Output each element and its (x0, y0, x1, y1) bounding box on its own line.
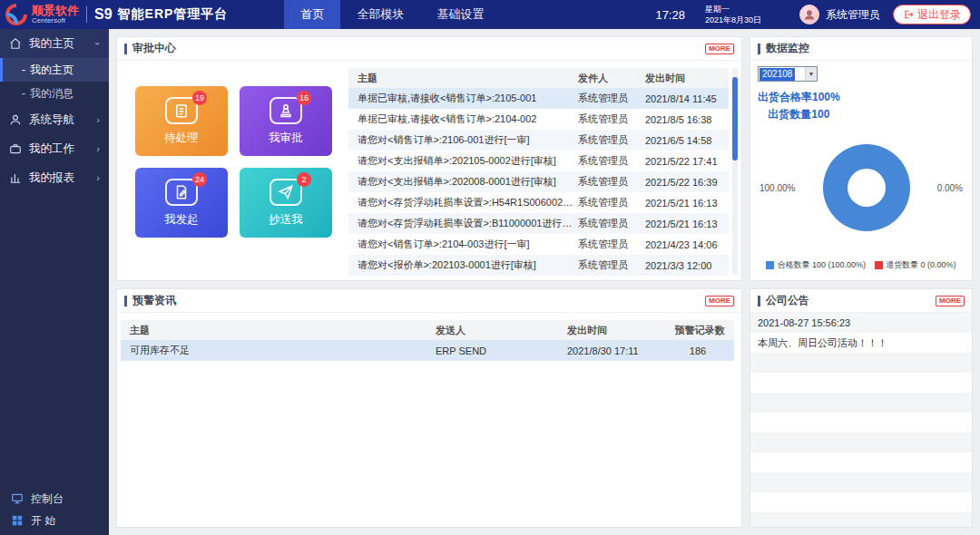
donut-chart (823, 144, 910, 231)
approval-table: 主题 发件人 发出时间 单据已审核,请接收<销售订单>:2105-001 系统管… (345, 61, 741, 280)
cc-me-label: 抄送我 (269, 212, 303, 228)
notice-body: 2021-08-27 15:56:23 本周六、周日公司活动！！！ (750, 313, 972, 527)
sidebar-item-my-reports[interactable]: 我的报表 › (0, 163, 109, 192)
sidebar-group-label: 我的工作 (29, 141, 74, 157)
table-row[interactable]: 请您对<报价单>:202103-0001进行[审核] 系统管理员 2021/3/… (348, 255, 729, 276)
briefcase-icon (9, 142, 22, 155)
pending-label: 待处理 (164, 131, 199, 146)
approval-body: 19 待处理 16 我审批 (117, 61, 741, 280)
paper-plane-icon: 2 (270, 179, 302, 206)
legend-label: 合格数量 100 (100.00%) (777, 259, 866, 271)
start-label: 开 始 (31, 513, 55, 529)
period-select[interactable]: 202108 ▼ (758, 66, 818, 82)
cell-subject: 请您对<销售订单>:2106-001进行[一审] (348, 133, 578, 147)
period-value: 202108 (760, 68, 795, 81)
table-row[interactable]: 请您对<存货浮动耗损率设置>:H54R1S006002进行[审核] 系统管理员 … (348, 192, 729, 213)
monitor-panel-header: 数据监控 (750, 37, 972, 61)
sidebar-item-my-home-group[interactable]: 我的主页 › (0, 29, 109, 58)
cc-me-card[interactable]: 2 抄送我 (240, 168, 332, 238)
body-row: 我的主页 › - 我的主页 - 我的消息 系统导航 › (0, 29, 980, 535)
sidebar-footer: 控制台 开 始 (0, 488, 109, 531)
sidebar-subitem-my-messages[interactable]: - 我的消息 (0, 82, 109, 105)
col-subject: 主题 (348, 72, 578, 85)
col-sender: 发送人 (436, 324, 567, 337)
col-sender: 发件人 (578, 72, 645, 85)
notice-empty-row (750, 373, 972, 393)
notice-empty-row (750, 452, 972, 472)
table-row[interactable]: 请您对<销售订单>:2104-003进行[一审] 系统管理员 2021/4/23… (348, 234, 729, 255)
alerts-more-button[interactable]: MORE (705, 296, 734, 306)
sidebar-item-system-nav[interactable]: 系统导航 › (0, 105, 109, 134)
table-row[interactable]: 请您对<支出报销单>:202008-0001进行[审核] 系统管理员 2021/… (348, 171, 729, 192)
cell-subject: 请您对<销售订单>:2104-003进行[一审] (348, 238, 578, 251)
notice-empty-row (750, 492, 972, 512)
notice-datetime: 2021-08-27 15:56:23 (750, 313, 972, 333)
my-approve-card[interactable]: 16 我审批 (240, 86, 332, 156)
brand-name-cn: 顺景软件 (32, 5, 79, 16)
cell-sender: 系统管理员 (578, 258, 645, 272)
legend-label: 退货数量 0 (0.00%) (886, 259, 956, 271)
cell-time: 2021/8/30 17:11 (567, 345, 665, 356)
table-row[interactable]: 单据已审核,请接收<销售订单>:2104-002 系统管理员 2021/8/5 … (348, 109, 729, 130)
pending-card[interactable]: 19 待处理 (135, 86, 228, 156)
ship-qty-text: 出货数量100 (758, 106, 840, 123)
table-row[interactable]: 请您对<存货浮动耗损率设置>:B11000001进行[审核] 系统管理员 202… (348, 213, 729, 234)
title-accent-bar (758, 296, 760, 306)
bullet: - (22, 63, 25, 76)
logout-button[interactable]: 退出登录 (893, 5, 971, 24)
sidebar-group-label: 我的报表 (29, 170, 74, 186)
approval-panel-title: 审批中心 (132, 41, 176, 56)
approval-more-button[interactable]: MORE (705, 44, 734, 54)
cell-sender: ERP SEND (436, 345, 567, 356)
scrollbar-track[interactable] (732, 68, 738, 275)
table-row[interactable]: 请您对<支出报销单>:202105-0002进行[审核] 系统管理员 2021/… (348, 151, 729, 171)
cell-subject: 单据已审核,请接收<销售订单>:2104-002 (348, 112, 578, 126)
avatar[interactable] (799, 5, 819, 24)
cell-subject: 请您对<存货浮动耗损率设置>:H54R1S006002进行[审核] (348, 196, 578, 209)
tab-basic-settings[interactable]: 基础设置 (420, 0, 500, 29)
sidebar-item-my-work[interactable]: 我的工作 › (0, 134, 109, 163)
scrollbar-thumb[interactable] (732, 77, 738, 160)
sidebar-subitem-label: 我的消息 (30, 86, 74, 102)
table-row[interactable]: 请您对<销售订单>:2106-001进行[一审] 系统管理员 2021/6/5 … (348, 130, 729, 151)
sidebar-item-start[interactable]: 开 始 (0, 510, 109, 531)
chart-icon (9, 171, 22, 184)
chevron-down-icon: › (93, 42, 103, 45)
approval-cards: 19 待处理 16 我审批 (117, 61, 345, 280)
sidebar-group-label: 我的主页 (29, 36, 74, 52)
start-grid-icon (11, 514, 24, 527)
sidebar-subitem-my-home[interactable]: - 我的主页 (0, 58, 109, 82)
cell-time: 2021/5/22 17:41 (645, 156, 729, 167)
notice-panel-title: 公司公告 (766, 293, 809, 308)
notice-content[interactable]: 本周六、周日公司活动！！！ (750, 333, 972, 353)
cell-subject: 请您对<存货浮动耗损率设置>:B11000001进行[审核] (348, 217, 578, 230)
alerts-table: 主题 发送人 发出时间 预警记录数 可用库存不足 ERP SEND 2021/8… (117, 313, 741, 527)
approval-table-header: 主题 发件人 发出时间 (348, 68, 729, 88)
table-row[interactable]: 可用库存不足 ERP SEND 2021/8/30 17:11 186 (121, 340, 734, 361)
topbar-right: 17:28 星期一 2021年8月30日 系统管理员 退出登录 (655, 4, 971, 25)
sidebar: 我的主页 › - 我的主页 - 我的消息 系统导航 › (0, 29, 109, 535)
cell-time: 2021/5/22 16:39 (645, 177, 729, 188)
compose-icon: 24 (165, 179, 198, 206)
my-initiate-card[interactable]: 24 我发起 (135, 168, 228, 238)
cell-time: 2021/4/23 14:06 (645, 239, 729, 250)
home-icon (9, 37, 22, 50)
notice-more-button[interactable]: MORE (936, 296, 965, 306)
approval-table-body: 单据已审核,请接收<销售订单>:2105-001 系统管理员 2021/8/14… (348, 88, 729, 276)
alerts-table-header: 主题 发送人 发出时间 预警记录数 (121, 320, 734, 340)
pass-rate-text: 出货合格率100% (758, 89, 840, 106)
cell-time: 2021/5/21 16:13 (645, 219, 729, 229)
cell-time: 2021/8/14 11:45 (645, 93, 729, 104)
tab-home[interactable]: 首页 (284, 0, 340, 29)
clock: 17:28 (655, 8, 685, 22)
cell-subject: 请您对<支出报销单>:202008-0001进行[审核] (348, 175, 578, 189)
main-content: 审批中心 MORE 19 待处理 (109, 29, 980, 535)
alerts-table-body: 可用库存不足 ERP SEND 2021/8/30 17:11 186 (121, 340, 734, 361)
alerts-panel-title: 预警资讯 (132, 293, 176, 308)
sidebar-item-console[interactable]: 控制台 (0, 488, 109, 510)
cell-sender: 系统管理员 (578, 175, 645, 189)
brand: 顺景软件 Centersoft S9 智能ERP管理平台 (5, 4, 228, 25)
table-row[interactable]: 单据已审核,请接收<销售订单>:2105-001 系统管理员 2021/8/14… (348, 88, 729, 109)
tab-all-modules[interactable]: 全部模块 (340, 0, 420, 29)
cell-sender: 系统管理员 (578, 92, 645, 105)
